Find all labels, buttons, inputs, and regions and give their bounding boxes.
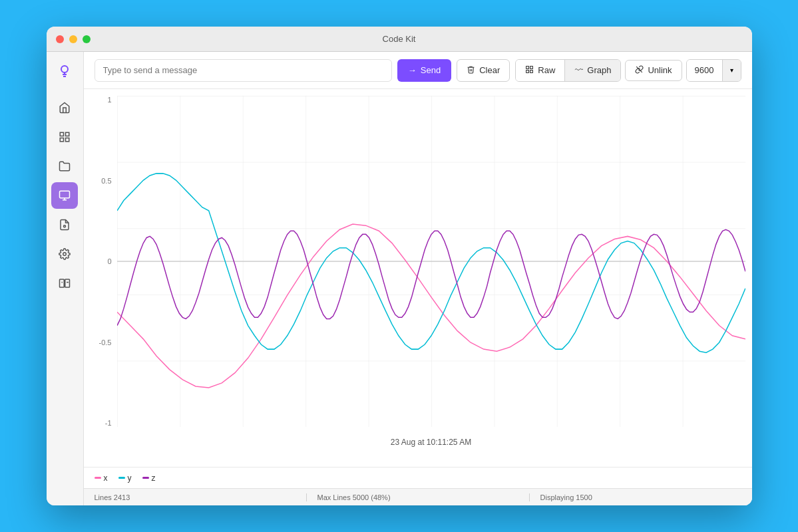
baud-rate-value: 9600 xyxy=(687,60,722,81)
legend-dot-y xyxy=(118,477,125,479)
app-body: → Send Clear xyxy=(47,52,752,505)
y-axis: 1 0.5 0 -0.5 -1 xyxy=(84,96,117,427)
unlink-button[interactable]: Unlink xyxy=(625,60,682,81)
y-label-1: 1 xyxy=(107,96,111,104)
clear-label: Clear xyxy=(479,65,500,75)
y-label-n05: -0.5 xyxy=(99,338,112,346)
clear-button[interactable]: Clear xyxy=(457,59,510,82)
sidebar-logo[interactable] xyxy=(51,59,78,85)
y-label-05: 0.5 xyxy=(101,177,111,185)
status-max-lines: Max Lines 5000 (48%) xyxy=(307,493,530,501)
app-window: Code Kit xyxy=(47,27,752,505)
sidebar-item-folder[interactable] xyxy=(51,153,78,180)
chart-container xyxy=(117,96,745,427)
minimize-button[interactable] xyxy=(69,35,77,43)
legend-label-y: y xyxy=(128,473,132,483)
sidebar-item-blocks[interactable] xyxy=(51,124,78,150)
svg-rect-17 xyxy=(526,66,529,68)
legend-x: x xyxy=(95,473,108,483)
raw-icon xyxy=(525,65,534,76)
svg-rect-14 xyxy=(65,279,70,287)
timestamp: 23 Aug at 10:11:25 AM xyxy=(117,438,745,447)
svg-point-11 xyxy=(64,225,66,227)
send-icon: → xyxy=(408,65,417,75)
sidebar xyxy=(47,52,84,505)
legend-dot-x xyxy=(95,477,101,479)
view-toggle-group: Raw Graph xyxy=(515,59,621,82)
chart-area: 1 0.5 0 -0.5 -1 xyxy=(84,89,752,467)
graph-label: Graph xyxy=(587,65,611,75)
send-button[interactable]: → Send xyxy=(397,59,451,82)
svg-rect-13 xyxy=(60,279,65,287)
chart-svg xyxy=(117,96,745,427)
legend-y: y xyxy=(118,473,132,483)
window-title: Code Kit xyxy=(383,34,416,44)
clear-icon xyxy=(467,65,475,76)
legend-label-z: z xyxy=(152,473,156,483)
graph-tab[interactable]: Graph xyxy=(565,60,620,81)
titlebar: Code Kit xyxy=(47,27,752,52)
svg-point-12 xyxy=(63,253,67,256)
svg-rect-20 xyxy=(530,70,533,72)
maximize-button[interactable] xyxy=(83,35,91,43)
baud-rate-dropdown[interactable]: ▾ xyxy=(722,60,741,81)
svg-rect-7 xyxy=(66,138,69,142)
svg-rect-4 xyxy=(60,132,63,136)
sidebar-item-settings[interactable] xyxy=(51,241,78,267)
svg-line-21 xyxy=(637,66,643,72)
svg-point-0 xyxy=(61,66,68,72)
status-bar: Lines 2413 Max Lines 5000 (48%) Displayi… xyxy=(84,488,752,505)
sidebar-item-file[interactable] xyxy=(51,211,78,238)
y-label-0: 0 xyxy=(107,257,111,265)
unlink-label: Unlink xyxy=(648,65,672,75)
status-lines: Lines 2413 xyxy=(95,493,307,501)
legend-bar: x y z xyxy=(84,467,752,488)
send-label: Send xyxy=(421,65,441,75)
toolbar: → Send Clear xyxy=(84,52,752,89)
svg-rect-6 xyxy=(60,138,63,142)
legend-z: z xyxy=(142,473,156,483)
sidebar-item-home[interactable] xyxy=(51,94,78,121)
svg-rect-8 xyxy=(60,191,70,198)
sidebar-item-ab[interactable] xyxy=(51,270,78,297)
svg-rect-19 xyxy=(526,70,529,72)
traffic-lights xyxy=(56,35,91,43)
status-displaying: Displaying 1500 xyxy=(530,493,741,501)
legend-label-x: x xyxy=(104,473,108,483)
close-button[interactable] xyxy=(56,35,64,43)
unlink-icon xyxy=(635,65,644,76)
svg-rect-18 xyxy=(530,66,533,68)
toolbar-right: Raw Graph xyxy=(515,59,741,82)
raw-label: Raw xyxy=(538,65,555,75)
message-input[interactable] xyxy=(95,59,392,82)
graph-icon xyxy=(574,65,583,76)
svg-rect-5 xyxy=(66,132,69,136)
raw-tab[interactable]: Raw xyxy=(516,60,565,81)
sidebar-item-monitor[interactable] xyxy=(51,182,78,209)
y-label-n1: -1 xyxy=(105,419,112,427)
baud-rate-group: 9600 ▾ xyxy=(686,59,741,82)
main-content: → Send Clear xyxy=(84,52,752,505)
legend-dot-z xyxy=(142,477,149,479)
